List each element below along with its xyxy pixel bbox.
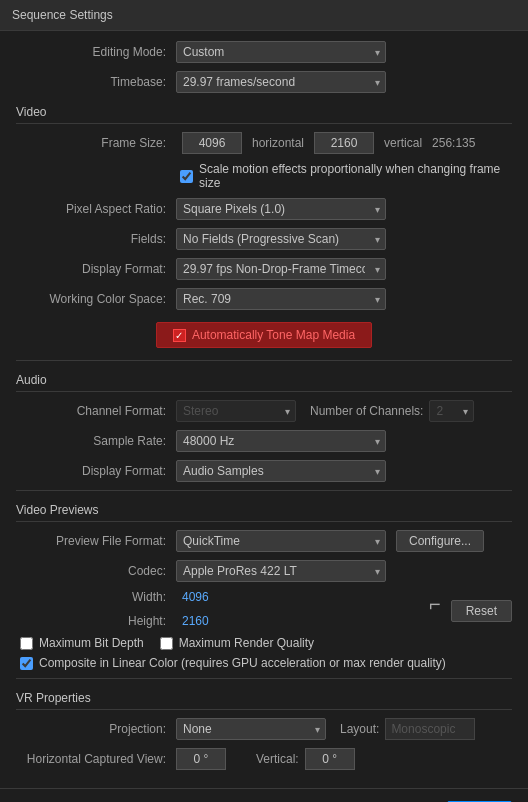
configure-button[interactable]: Configure... [396,530,484,552]
bottom-bar: OK [0,788,528,802]
link-icon: ⌐ [429,594,441,614]
horizontal-captured-input[interactable] [176,748,226,770]
max-render-quality-label: Maximum Render Quality [179,636,314,650]
audio-display-format-label: Display Format: [16,464,176,478]
preview-width-value: 4096 [182,590,209,604]
timebase-select[interactable]: 29.97 frames/second [176,71,386,93]
vr-section-header: VR Properties [16,691,512,710]
reset-button[interactable]: Reset [451,600,512,622]
timebase-wrapper: 29.97 frames/second [176,71,386,93]
video-previews-header: Video Previews [16,503,512,522]
video-section-header: Video [16,105,512,124]
fields-wrapper: No Fields (Progressive Scan) [176,228,386,250]
horizontal-label: horizontal [252,136,304,150]
codec-select[interactable]: Apple ProRes 422 LT [176,560,386,582]
editing-mode-select[interactable]: Custom [176,41,386,63]
preview-height-label: Height: [16,614,176,628]
frame-size-label: Frame Size: [16,136,176,150]
audio-display-format-select[interactable]: Audio Samples [176,460,386,482]
num-channels-wrapper: 2 [429,400,474,422]
fields-select[interactable]: No Fields (Progressive Scan) [176,228,386,250]
display-format-label: Display Format: [16,262,176,276]
pixel-aspect-wrapper: Square Pixels (1.0) [176,198,386,220]
audio-display-format-wrapper: Audio Samples [176,460,386,482]
projection-wrapper: None [176,718,326,740]
editing-mode-label: Editing Mode: [16,45,176,59]
scale-motion-checkbox[interactable] [180,170,193,183]
vertical-label-field: Vertical: [256,752,299,766]
window-title: Sequence Settings [12,8,113,22]
pixel-aspect-label: Pixel Aspect Ratio: [16,202,176,216]
preview-height-value: 2160 [182,614,209,628]
vertical-label: vertical [384,136,422,150]
codec-label: Codec: [16,564,176,578]
vertical-input[interactable] [305,748,355,770]
horizontal-captured-label: Horizontal Captured View: [16,752,176,766]
num-channels-select[interactable]: 2 [429,400,474,422]
codec-wrapper: Apple ProRes 422 LT [176,560,386,582]
title-bar: Sequence Settings [0,0,528,31]
channel-format-select[interactable]: Stereo [176,400,296,422]
pixel-aspect-select[interactable]: Square Pixels (1.0) [176,198,386,220]
sample-rate-label: Sample Rate: [16,434,176,448]
channel-format-label: Channel Format: [16,404,176,418]
preview-format-wrapper: QuickTime [176,530,386,552]
max-bit-depth-checkbox[interactable] [20,637,33,650]
preview-width-label: Width: [16,590,176,604]
max-bit-depth-label: Maximum Bit Depth [39,636,144,650]
scale-motion-label: Scale motion effects proportionally when… [199,162,512,190]
tone-map-check-icon: ✓ [173,329,186,342]
timebase-label: Timebase: [16,75,176,89]
working-color-label: Working Color Space: [16,292,176,306]
frame-width-input[interactable] [182,132,242,154]
preview-format-select[interactable]: QuickTime [176,530,386,552]
fields-label: Fields: [16,232,176,246]
composite-linear-label: Composite in Linear Color (requires GPU … [39,656,446,670]
channel-format-wrapper: Stereo [176,400,296,422]
sample-rate-select[interactable]: 48000 Hz [176,430,386,452]
num-channels-label: Number of Channels: [310,404,423,418]
editing-mode-wrapper: Custom [176,41,386,63]
layout-label: Layout: [340,722,379,736]
tone-map-button[interactable]: ✓ Automatically Tone Map Media [156,322,372,348]
projection-label: Projection: [16,722,176,736]
layout-input [385,718,475,740]
display-format-select[interactable]: 29.97 fps Non-Drop-Frame Timecode [176,258,386,280]
tone-map-label: Automatically Tone Map Media [192,328,355,342]
max-render-quality-checkbox[interactable] [160,637,173,650]
display-format-wrapper: 29.97 fps Non-Drop-Frame Timecode [176,258,386,280]
working-color-select[interactable]: Rec. 709 [176,288,386,310]
sample-rate-wrapper: 48000 Hz [176,430,386,452]
frame-height-input[interactable] [314,132,374,154]
preview-format-label: Preview File Format: [16,534,176,548]
projection-select[interactable]: None [176,718,326,740]
composite-linear-checkbox[interactable] [20,657,33,670]
audio-section-header: Audio [16,373,512,392]
working-color-wrapper: Rec. 709 [176,288,386,310]
frame-ratio: 256:135 [432,136,475,150]
